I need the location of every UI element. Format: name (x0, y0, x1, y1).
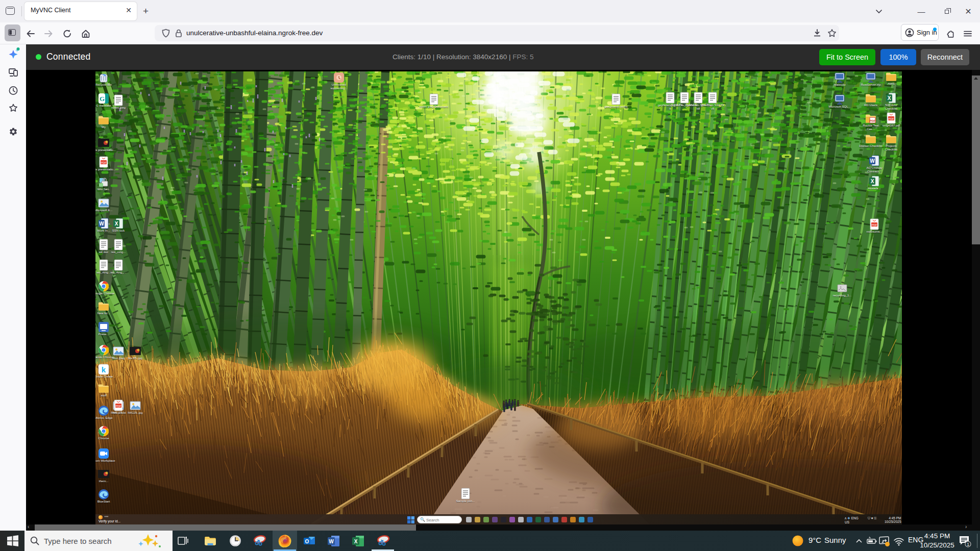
svg-text:X: X (888, 95, 891, 101)
svg-text:PDF: PDF (889, 117, 895, 120)
svg-text:G: G (100, 95, 105, 103)
svg-text:X: X (354, 539, 358, 544)
svg-text:k: k (102, 365, 106, 374)
svg-text:1: 1 (967, 542, 969, 547)
svg-text:W: W (329, 539, 334, 544)
svg-text:X: X (115, 221, 118, 227)
svg-text:PDF: PDF (101, 161, 107, 164)
svg-text:PDF: PDF (870, 119, 876, 122)
svg-text:W: W (99, 221, 104, 227)
svg-text:PDF: PDF (872, 223, 878, 227)
svg-text:W: W (870, 158, 875, 164)
svg-text:PDF: PDF (116, 405, 122, 408)
svg-text:X: X (871, 179, 874, 184)
svg-text:O: O (305, 539, 309, 544)
